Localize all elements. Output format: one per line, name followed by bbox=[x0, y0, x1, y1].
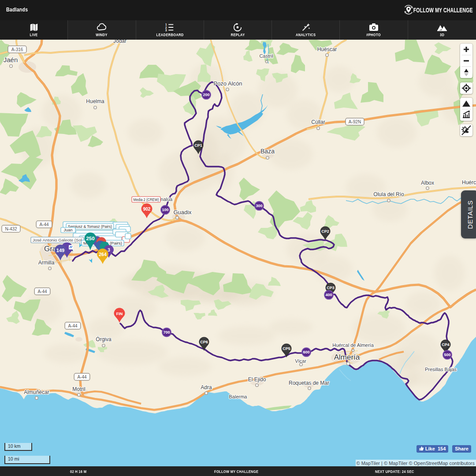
svg-text:100: 100 bbox=[162, 208, 168, 212]
svg-text:CP2: CP2 bbox=[321, 229, 329, 234]
svg-text:CP5: CP5 bbox=[283, 346, 290, 351]
svg-text:Media 2 (CREW): Media 2 (CREW) bbox=[134, 197, 159, 202]
svg-text:CP6: CP6 bbox=[200, 340, 208, 344]
svg-text:José Antonio Galeote (Sol: José Antonio Galeote (Sol bbox=[33, 238, 82, 242]
svg-text:149: 149 bbox=[56, 248, 64, 253]
svg-text:400: 400 bbox=[325, 293, 332, 297]
svg-text:200: 200 bbox=[203, 93, 209, 97]
svg-text:500: 500 bbox=[444, 353, 450, 357]
svg-text:A-44: A-44 bbox=[37, 289, 47, 294]
svg-text:A-44: A-44 bbox=[68, 324, 78, 328]
svg-text:300: 300 bbox=[256, 204, 262, 208]
svg-text:CP3: CP3 bbox=[327, 286, 335, 290]
svg-text:CP1: CP1 bbox=[194, 143, 202, 148]
svg-text:Huéscar: Huéscar bbox=[317, 46, 337, 52]
svg-text:250: 250 bbox=[86, 236, 94, 241]
svg-text:A-44: A-44 bbox=[39, 222, 49, 227]
svg-text:A-316: A-316 bbox=[11, 47, 23, 52]
svg-text:Cúllar: Cúllar bbox=[311, 119, 325, 125]
svg-text:Balerma: Balerma bbox=[229, 394, 248, 399]
svg-text:El Ejido: El Ejido bbox=[248, 376, 266, 383]
svg-text:600: 600 bbox=[303, 350, 309, 354]
svg-text:Pozo Alcón: Pozo Alcón bbox=[213, 80, 242, 87]
svg-text:Armilla: Armilla bbox=[38, 260, 55, 266]
svg-text:Roquetas de Mar: Roquetas de Mar bbox=[289, 380, 329, 386]
svg-text:Motril: Motril bbox=[72, 386, 85, 392]
svg-text:CP4: CP4 bbox=[442, 342, 450, 347]
svg-text:Huelma: Huelma bbox=[86, 98, 104, 104]
svg-text:Jaén: Jaén bbox=[4, 56, 18, 63]
svg-text:264: 264 bbox=[99, 252, 107, 257]
svg-text:Órgiva: Órgiva bbox=[96, 336, 112, 342]
svg-text:3: 3 bbox=[165, 29, 167, 32]
svg-text:Almería: Almería bbox=[334, 353, 360, 361]
svg-text:3: 3 bbox=[108, 248, 110, 253]
svg-text:Huércal de Almería: Huércal de Almería bbox=[332, 342, 374, 348]
svg-text:A-92N: A-92N bbox=[349, 119, 361, 124]
svg-text:Albox: Albox bbox=[421, 180, 434, 186]
svg-text:Huérca: Huérca bbox=[462, 179, 476, 186]
svg-text:FIN: FIN bbox=[116, 312, 123, 316]
svg-text:Olula del Río: Olula del Río bbox=[373, 191, 404, 197]
svg-text:N-432: N-432 bbox=[5, 227, 17, 231]
svg-text:Adra: Adra bbox=[201, 384, 212, 390]
svg-text:Juan: Juan bbox=[63, 228, 72, 232]
svg-text:700: 700 bbox=[163, 330, 170, 335]
svg-text:Baza: Baza bbox=[260, 148, 275, 155]
svg-text:Almuñécar: Almuñécar bbox=[24, 389, 49, 395]
svg-text:Presillas Bajas: Presillas Bajas bbox=[425, 367, 457, 372]
svg-text:Guadix: Guadix bbox=[173, 209, 192, 216]
svg-text:Jódar: Jódar bbox=[113, 40, 126, 44]
svg-text:902: 902 bbox=[143, 207, 151, 212]
svg-text:A-44: A-44 bbox=[77, 375, 87, 379]
svg-text:Castril: Castril bbox=[259, 53, 273, 59]
